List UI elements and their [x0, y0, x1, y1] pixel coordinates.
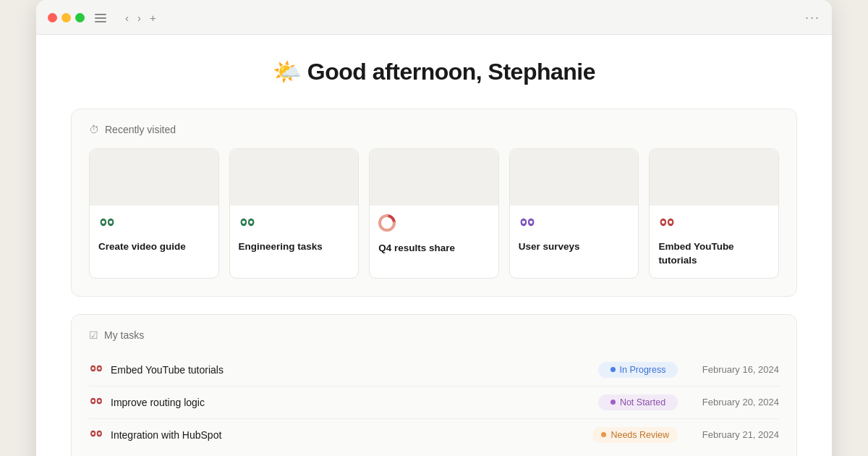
forward-button[interactable]: › [135, 10, 144, 25]
svg-point-27 [98, 432, 101, 435]
task-icon-2 [89, 394, 103, 410]
svg-point-14 [662, 221, 665, 224]
svg-point-18 [92, 367, 95, 370]
my-tasks-header: ☑ My tasks [89, 329, 779, 341]
svg-point-10 [522, 221, 524, 224]
svg-point-26 [92, 432, 95, 435]
task-date-1: February 16, 2024 [685, 364, 779, 375]
card-icon-4 [519, 214, 630, 235]
card-title-2: Engineering tasks [239, 240, 350, 254]
badge-dot-1 [610, 367, 616, 372]
task-name-2: Improve routing logic [111, 397, 591, 408]
svg-point-2 [102, 221, 105, 224]
checkbox-icon: ☑ [89, 329, 98, 341]
my-tasks-section: ☑ My tasks Embed YouTube tutorials In Pr… [71, 314, 797, 456]
card-q4-results[interactable]: Q4 results share [369, 148, 499, 279]
task-badge-2: Not Started [598, 394, 678, 410]
task-name-3: Integration with HubSpot [111, 429, 585, 441]
card-body-4: User surveys [510, 206, 639, 264]
back-button[interactable]: ‹ [122, 10, 132, 25]
menu-icon[interactable] [92, 11, 109, 25]
browser-nav: ‹ › + [122, 10, 159, 25]
browser-window: ‹ › + ··· 🌤️ Good afternoon, Stephanie ⏱… [36, 0, 832, 456]
traffic-lights [48, 13, 85, 22]
task-row-hubspot[interactable]: Integration with HubSpot Needs Review Fe… [89, 419, 779, 451]
task-date-2: February 20, 2024 [685, 397, 779, 408]
clock-icon: ⏱ [89, 124, 99, 135]
badge-dot-2 [610, 400, 616, 405]
card-engineering-tasks[interactable]: Engineering tasks [229, 148, 359, 279]
task-icon-1 [89, 362, 103, 378]
badge-dot-3 [601, 432, 606, 437]
card-embed-youtube[interactable]: Embed YouTube tutorials [649, 148, 779, 279]
svg-point-22 [92, 400, 95, 402]
recently-visited-header: ⏱ Recently visited [89, 124, 779, 135]
recently-visited-label: Recently visited [105, 124, 176, 135]
svg-point-15 [669, 221, 672, 224]
svg-point-19 [98, 367, 101, 370]
svg-point-11 [529, 221, 532, 224]
card-title-3: Q4 results share [378, 242, 490, 256]
recently-visited-section: ⏱ Recently visited Create video guide [71, 109, 797, 297]
task-name-1: Embed YouTube tutorials [111, 364, 591, 376]
card-thumb-4 [510, 149, 639, 206]
page-content: 🌤️ Good afternoon, Stephanie ⏱ Recently … [36, 35, 832, 456]
greeting-text: 🌤️ Good afternoon, Stephanie [71, 58, 797, 85]
maximize-button[interactable] [75, 13, 85, 22]
my-tasks-label: My tasks [104, 329, 144, 341]
card-thumb-5 [650, 149, 778, 206]
task-date-3: February 21, 2024 [685, 429, 779, 440]
card-thumb-3 [370, 149, 498, 206]
svg-point-3 [109, 221, 112, 224]
card-thumb-2 [230, 149, 359, 206]
minimize-button[interactable] [61, 13, 71, 22]
card-icon-5 [658, 214, 770, 235]
task-icon-3 [89, 427, 103, 443]
svg-point-23 [98, 400, 101, 402]
card-body-1: Create video guide [90, 206, 218, 264]
cards-row: Create video guide Engineering tasks [89, 148, 779, 279]
card-icon-2 [239, 214, 350, 235]
svg-point-7 [250, 221, 252, 224]
card-thumb-1 [90, 149, 218, 206]
card-title-4: User surveys [519, 240, 630, 254]
card-body-5: Embed YouTube tutorials [650, 206, 778, 278]
card-icon-3 [378, 214, 490, 236]
task-badge-1: In Progress [598, 362, 678, 378]
card-body-3: Q4 results share [370, 206, 498, 266]
task-badge-3: Needs Review [592, 427, 678, 443]
card-create-video-guide[interactable]: Create video guide [89, 148, 219, 279]
close-button[interactable] [48, 13, 57, 22]
card-body-2: Engineering tasks [230, 206, 359, 264]
browser-chrome: ‹ › + ··· [36, 0, 832, 35]
task-row-embed-youtube[interactable]: Embed YouTube tutorials In Progress Febr… [89, 354, 779, 387]
card-title-1: Create video guide [98, 240, 210, 254]
new-tab-button[interactable]: + [147, 10, 159, 25]
task-row-routing-logic[interactable]: Improve routing logic Not Started Februa… [89, 387, 779, 419]
svg-point-6 [242, 221, 244, 224]
card-icon-1 [98, 214, 210, 235]
card-title-5: Embed YouTube tutorials [658, 240, 770, 268]
card-user-surveys[interactable]: User surveys [509, 148, 639, 279]
more-options-button[interactable]: ··· [805, 10, 820, 25]
